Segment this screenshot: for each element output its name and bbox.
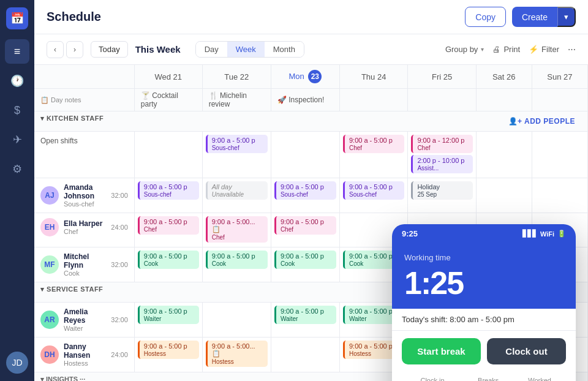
day-note-thu[interactable] <box>339 89 407 111</box>
danny-details: Danny Hansen Hostess <box>64 342 106 367</box>
day-note-sat[interactable] <box>476 89 532 111</box>
day-note-mon[interactable]: 🚀 Inspection! <box>271 89 339 111</box>
print-label: Print <box>503 45 520 54</box>
mitchel-shift-wed-block[interactable]: 9:00 a - 5:00 pCook <box>138 251 199 269</box>
today-button[interactable]: Today <box>91 41 128 58</box>
ella-shift-wed-block[interactable]: 9:00 a - 5:00 pChef <box>138 216 199 235</box>
mitchel-shift-tue-block[interactable]: 9:00 a - 5:00 pCook <box>206 251 268 269</box>
print-button[interactable]: 🖨 Print <box>492 45 520 54</box>
amelia-details: Amelia Reyes Waiter <box>64 307 106 332</box>
ella-hours: 24:00 <box>111 224 128 231</box>
mobile-working-label: Working time <box>404 253 564 262</box>
amanda-shift-tue-block[interactable]: All dayUnavailable <box>206 181 268 200</box>
sidebar-item-schedule[interactable]: ≡ <box>5 39 29 64</box>
danny-info: DH Danny Hansen Hostess 24:00 <box>40 342 128 367</box>
employee-row-amanda: AJ Amanda Johnson Sous-chef 32:00 9:00 a… <box>34 178 588 213</box>
open-shift-fri-block-1[interactable]: 9:00 a - 12:00 pChef <box>411 135 472 153</box>
tab-month[interactable]: Month <box>265 42 304 57</box>
day-note-fri[interactable] <box>408 89 476 111</box>
danny-shift-tue-block[interactable]: 9:00 a - 5:00... 📋Hostess <box>206 341 268 367</box>
sidebar-item-timeoff[interactable]: ✈ <box>5 127 29 152</box>
amanda-shift-fri[interactable]: Holiday25 Sep <box>408 178 476 213</box>
amanda-info-cell: AJ Amanda Johnson Sous-chef 32:00 <box>34 178 134 213</box>
page-header: Schedule Copy Create ▾ <box>34 0 588 34</box>
open-shift-fri-block-2[interactable]: 2:00 p - 10:00 pAssist... <box>411 155 472 173</box>
amanda-shift-wed-block[interactable]: 9:00 a - 5:00 pSous-chef <box>138 181 199 200</box>
mitchel-shift-mon[interactable]: 9:00 a - 5:00 pCook <box>271 247 339 282</box>
amanda-shift-mon[interactable]: 9:00 a - 5:00 pSous-chef <box>271 178 339 213</box>
tab-week[interactable]: Week <box>227 42 265 57</box>
tab-day[interactable]: Day <box>196 42 227 57</box>
ella-shift-wed[interactable]: 9:00 a - 5:00 pChef <box>134 213 202 247</box>
mobile-time: 9:25 <box>402 229 418 238</box>
mitchel-shift-tue[interactable]: 9:00 a - 5:00 pCook <box>202 247 271 282</box>
amelia-info-cell: AR Amelia Reyes Waiter 32:00 <box>34 303 134 338</box>
amelia-shift-wed-block[interactable]: 9:00 a - 5:00 pWaiter <box>138 306 199 324</box>
day-note-tue[interactable]: 🍴 Michelin review <box>202 89 271 111</box>
schedule-grid: Wed 21 Tue 22 Mon 23 Thu 24 Fri 25 Sat 2… <box>34 65 588 381</box>
nav-arrows: ‹ › <box>47 41 83 58</box>
sidebar: 📅 ≡ 🕐 $ ✈ ⚙ JD <box>0 0 34 381</box>
danny-role: Hostess <box>64 360 106 367</box>
amelia-name: Amelia Reyes <box>64 307 106 325</box>
danny-shift-tue[interactable]: 9:00 a - 5:00... 📋Hostess <box>202 338 271 372</box>
mobile-status-icons: ▋▋▋ WiFi 🔋 <box>522 230 566 238</box>
mitchel-shift-mon-block[interactable]: 9:00 a - 5:00 pCook <box>274 251 336 269</box>
day-header-mon: Mon 23 <box>271 65 339 89</box>
mitchel-hours: 32:00 <box>111 261 128 268</box>
ella-shift-tue[interactable]: 9:00 a - 5:00... 📋Chef <box>202 213 271 247</box>
mitchel-info: MF Mitchel Flynn Cook 32:00 <box>40 252 128 277</box>
day-header-thu: Thu 24 <box>339 65 407 89</box>
mitchel-details: Mitchel Flynn Cook <box>64 252 106 277</box>
mitchel-shift-wed[interactable]: 9:00 a - 5:00 pCook <box>134 247 202 282</box>
open-shift-tue[interactable]: 9:00 a - 5:00 pSous-chef <box>202 132 271 178</box>
sidebar-item-clock[interactable]: 🕐 <box>5 69 29 93</box>
day-note-wed[interactable]: 🍸 Cocktail party <box>134 89 202 111</box>
amelia-shift-mon[interactable]: 9:00 a - 5:00 pWaiter <box>271 303 339 338</box>
amelia-shift-wed[interactable]: 9:00 a - 5:00 pWaiter <box>134 303 202 338</box>
mobile-clock-info: Clock in 8:00 am Breaks - Worked - <box>392 372 576 381</box>
open-shift-fri[interactable]: 9:00 a - 12:00 pChef 2:00 p - 10:00 pAss… <box>408 132 476 178</box>
amanda-shift-thu[interactable]: 9:00 a - 5:00 pSous-chef <box>339 178 407 213</box>
open-shift-thu[interactable]: 9:00 a - 5:00 pChef <box>339 132 407 178</box>
mitchel-info-cell: MF Mitchel Flynn Cook 32:00 <box>34 247 134 282</box>
amelia-hours: 32:00 <box>111 316 128 323</box>
sidebar-item-settings[interactable]: ⚙ <box>5 157 29 181</box>
ella-shift-mon[interactable]: 9:00 a - 5:00 pChef <box>271 213 339 247</box>
group-by-button[interactable]: Group by ▾ <box>445 45 484 54</box>
ella-shift-mon-block[interactable]: 9:00 a - 5:00 pChef <box>274 216 336 235</box>
open-shift-tue-block[interactable]: 9:00 a - 5:00 pSous-chef <box>206 135 268 153</box>
signal-icon: ▋▋▋ <box>522 230 537 238</box>
create-button[interactable]: Create <box>512 7 557 27</box>
open-shift-thu-block[interactable]: 9:00 a - 5:00 pChef <box>343 135 404 153</box>
add-people-kitchen-button[interactable]: 👤+ Add people <box>502 115 581 128</box>
main-content: Schedule Copy Create ▾ ‹ › Today This We… <box>34 0 588 381</box>
kitchen-staff-label: ▾ KITCHEN STAFF 👤+ Add people <box>34 111 588 132</box>
page-title: Schedule <box>47 10 101 24</box>
amanda-shift-fri-block[interactable]: Holiday25 Sep <box>411 181 472 200</box>
amelia-shift-mon-block[interactable]: 9:00 a - 5:00 pWaiter <box>274 306 336 324</box>
copy-button[interactable]: Copy <box>465 7 506 27</box>
amanda-shift-sun <box>532 178 587 213</box>
start-break-button[interactable]: Start break <box>402 338 481 364</box>
clock-out-button[interactable]: Clock out <box>487 338 566 364</box>
open-shift-wed <box>134 132 202 178</box>
user-avatar[interactable]: JD <box>6 352 28 374</box>
amanda-shift-thu-block[interactable]: 9:00 a - 5:00 pSous-chef <box>343 181 404 200</box>
day-note-sun[interactable] <box>532 89 587 111</box>
sidebar-item-payroll[interactable]: $ <box>5 98 29 123</box>
create-dropdown-button[interactable]: ▾ <box>557 7 576 27</box>
filter-button[interactable]: ⚡ Filter <box>529 45 559 54</box>
ella-avatar: EH <box>40 218 59 236</box>
more-options-button[interactable]: ⋯ <box>568 45 576 54</box>
amanda-shift-tue[interactable]: All dayUnavailable <box>202 178 271 213</box>
amanda-shift-wed[interactable]: 9:00 a - 5:00 pSous-chef <box>134 178 202 213</box>
ella-shift-tue-block[interactable]: 9:00 a - 5:00... 📋Chef <box>206 216 268 243</box>
worked-label: Worked <box>528 377 551 381</box>
danny-shift-wed-block[interactable]: 9:00 a - 5:00 pHostess <box>138 341 199 359</box>
danny-shift-wed[interactable]: 9:00 a - 5:00 pHostess <box>134 338 202 372</box>
prev-week-button[interactable]: ‹ <box>47 41 64 58</box>
next-week-button[interactable]: › <box>66 41 83 58</box>
amelia-info: AR Amelia Reyes Waiter 32:00 <box>40 307 128 332</box>
amanda-shift-mon-block[interactable]: 9:00 a - 5:00 pSous-chef <box>274 181 336 200</box>
